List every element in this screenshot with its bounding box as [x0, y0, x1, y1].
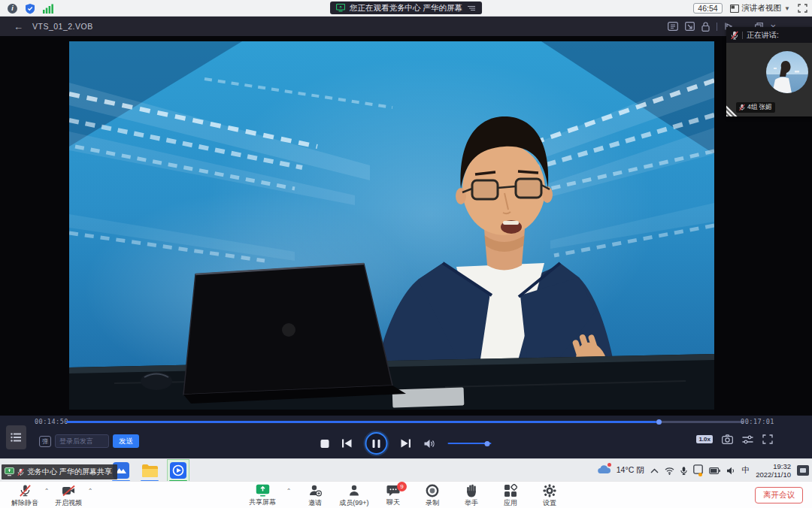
progress-knob[interactable]	[656, 419, 662, 425]
folder-icon	[141, 464, 159, 478]
view-mode-selector[interactable]: 演讲者视图 ▼	[730, 3, 790, 14]
stop-button[interactable]	[321, 440, 329, 448]
participant-name: 4组 张媚	[747, 103, 772, 112]
playback-speed-button[interactable]: 1.0x	[696, 435, 713, 443]
settings-label: 设置	[543, 498, 556, 508]
shield-icon[interactable]	[25, 3, 35, 14]
start-video-button[interactable]: 开启视频	[51, 482, 86, 508]
layout-icon	[730, 5, 739, 13]
playlist-button[interactable]	[6, 425, 26, 449]
screen: i 您正在观看党务中心 严华的屏幕 46:54 演讲者视图 ▼ ← VTS_01…	[0, 0, 812, 508]
avatar	[766, 51, 808, 93]
chat-unread-badge: 9	[397, 482, 407, 491]
fullscreen-icon[interactable]	[798, 4, 807, 13]
fullscreen-player-icon[interactable]	[762, 434, 773, 444]
chat-button[interactable]: 聊天 9	[376, 482, 411, 507]
meeting-timer: 46:54	[693, 3, 722, 14]
danmaku-toggle-icon[interactable]: 弹	[39, 436, 51, 447]
share-options-chevron[interactable]: ⌃	[284, 488, 293, 494]
ime-indicator[interactable]: 中	[742, 465, 750, 476]
tray-clock[interactable]: 19:32 2022/11/10	[756, 462, 791, 479]
record-icon	[426, 484, 439, 497]
time-total: 00:17:01	[741, 418, 774, 425]
divider	[717, 23, 717, 31]
weather-widget[interactable]	[598, 464, 611, 477]
volume-knob[interactable]	[484, 441, 489, 446]
signal-bars-icon[interactable]	[43, 4, 53, 14]
video-content[interactable]	[69, 41, 714, 410]
unmute-button[interactable]: 解除静音	[8, 482, 42, 508]
time-current: 00:14:50	[35, 418, 68, 425]
progress-bar[interactable]	[66, 421, 744, 423]
tray-app-icon[interactable]	[693, 464, 703, 477]
invite-icon	[308, 484, 322, 497]
clock-date: 2022/11/10	[756, 470, 791, 479]
previous-button[interactable]	[342, 439, 353, 448]
invite-button[interactable]: 邀请	[298, 482, 332, 508]
weather-alert-dot	[607, 463, 611, 467]
start-video-label: 开启视频	[55, 498, 82, 508]
screen-share-banner[interactable]: 党务中心 严华的屏幕共享	[2, 464, 117, 479]
taskbar-file-explorer[interactable]	[138, 459, 161, 482]
tray-mic-icon[interactable]	[680, 466, 687, 476]
tv-cast-icon[interactable]	[668, 22, 678, 31]
danmaku-input[interactable]	[55, 434, 109, 448]
lock-icon[interactable]	[701, 22, 710, 32]
send-button[interactable]: 发送	[113, 434, 139, 448]
camera-off-icon	[62, 484, 76, 497]
video-options-chevron[interactable]: ⌃	[86, 488, 95, 494]
volume-slider[interactable]	[448, 443, 492, 444]
settings-button[interactable]: 设置	[532, 482, 567, 508]
studio-scene	[69, 41, 714, 410]
chevron-down-icon: ▼	[784, 5, 790, 12]
share-screen-label: 共享屏幕	[249, 497, 276, 507]
chat-label: 聊天	[386, 497, 400, 507]
share-banner-text: 党务中心 严华的屏幕共享	[27, 467, 112, 477]
tray-expand-icon[interactable]	[650, 468, 659, 473]
record-button[interactable]: 录制	[415, 482, 450, 508]
watching-banner[interactable]: 您正在观看党务中心 严华的屏幕	[330, 2, 482, 14]
next-button[interactable]	[401, 439, 411, 448]
playlist-icon	[11, 432, 22, 443]
settings-sliders-icon[interactable]	[742, 435, 753, 444]
record-label: 录制	[426, 498, 439, 508]
status-dot	[698, 473, 702, 476]
share-screen-button[interactable]: 共享屏幕	[245, 482, 280, 507]
leave-meeting-button[interactable]: 离开会议	[755, 487, 803, 503]
share-screen-icon	[256, 484, 270, 497]
apps-icon	[504, 484, 517, 497]
banner-mic-muted-icon	[17, 468, 24, 476]
speaking-label: 正在讲话:	[747, 30, 779, 41]
raise-hand-button[interactable]: 举手	[454, 482, 489, 508]
video-file-title: VTS_01_2.VOB	[32, 22, 93, 31]
weather-text[interactable]: 14°C 阴	[617, 465, 644, 476]
members-icon	[347, 484, 361, 497]
notification-center-button[interactable]	[797, 465, 809, 476]
speaker-video-tile[interactable]: 4组 张媚	[726, 43, 812, 116]
volume-icon[interactable]	[424, 439, 435, 449]
top-system-bar: i 您正在观看党务中心 严华的屏幕 46:54 演讲者视图 ▼	[0, 0, 812, 17]
members-button[interactable]: 成员(99+)	[337, 482, 371, 508]
meeting-toolbar: 解除静音 ⌃ 开启视频 ⌃ 共享屏幕 ⌃ 邀请 成员(99+)	[0, 481, 812, 508]
unmute-label: 解除静音	[11, 498, 38, 508]
screen-share-icon	[336, 4, 345, 12]
tray-speaker-icon[interactable]	[726, 467, 736, 475]
battery-icon[interactable]	[709, 467, 720, 474]
info-icon[interactable]: i	[8, 4, 17, 14]
wifi-icon[interactable]	[665, 467, 674, 475]
screenshot-icon[interactable]	[722, 434, 733, 444]
apps-label: 应用	[504, 498, 517, 508]
taskbar-meeting-app[interactable]	[167, 459, 189, 482]
banner-menu-icon[interactable]	[467, 5, 476, 12]
participant-name-tag: 4组 张媚	[736, 102, 775, 113]
apps-button[interactable]: 应用	[493, 482, 528, 508]
pause-button[interactable]	[365, 432, 388, 455]
unmute-options-chevron[interactable]: ⌃	[42, 488, 51, 494]
invite-label: 邀请	[308, 498, 322, 508]
clock-time: 19:32	[756, 462, 791, 470]
meeting-app-icon	[170, 462, 186, 479]
player-controls: 00:14:50 00:17:01 弹 发送 1.0x	[0, 416, 812, 458]
speaker-panel-header: 正在讲话:	[726, 27, 812, 43]
mini-player-icon[interactable]	[685, 22, 695, 31]
back-arrow-icon[interactable]: ←	[14, 21, 23, 32]
